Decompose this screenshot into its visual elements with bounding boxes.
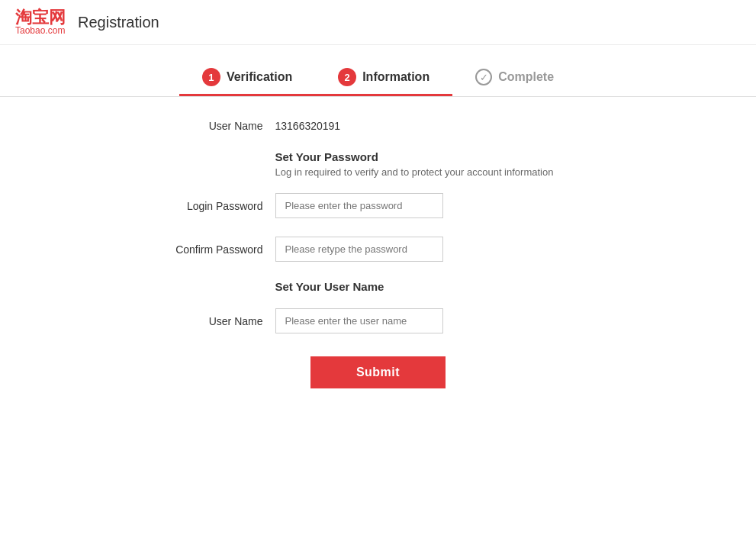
step-complete: ✓ Complete	[452, 61, 577, 95]
set-password-group: Set Your Password Log in required to ver…	[275, 150, 554, 178]
submit-row: Submit	[108, 356, 649, 388]
login-password-row: Login Password	[108, 193, 649, 218]
step-information: 2 Information	[315, 60, 452, 96]
logo-bottom: Taobao.com	[15, 26, 66, 35]
page-title: Registration	[78, 14, 159, 31]
user-name-input[interactable]	[275, 308, 443, 333]
confirm-password-row: Confirm Password	[108, 237, 649, 262]
steps-nav: 1 Verification 2 Information ✓ Complete	[0, 45, 756, 96]
login-password-input[interactable]	[275, 193, 443, 218]
step-verification: 1 Verification	[179, 60, 315, 96]
set-password-heading: Set Your Password	[275, 150, 554, 163]
set-username-heading: Set Your User Name	[275, 280, 384, 293]
logo: 淘宝网 Taobao.com	[15, 9, 66, 35]
set-password-section: Set Your Password Log in required to ver…	[108, 150, 649, 178]
step-2-number: 2	[338, 68, 356, 86]
header: 淘宝网 Taobao.com Registration	[0, 0, 756, 45]
confirm-password-label: Confirm Password	[108, 243, 275, 256]
submit-button[interactable]: Submit	[310, 356, 446, 388]
step-2-label: Information	[362, 70, 429, 84]
username-value: 13166320191	[275, 120, 341, 132]
username-label: User Name	[108, 120, 275, 132]
step-3-label: Complete	[498, 70, 554, 84]
step-1-number: 1	[202, 68, 220, 86]
complete-check-icon: ✓	[475, 69, 492, 85]
registration-form: User Name 13166320191 Set Your Password …	[92, 97, 664, 411]
user-name-input-label: User Name	[108, 315, 275, 327]
set-username-section: Set Your User Name	[108, 280, 649, 293]
username-row: User Name 13166320191	[108, 120, 649, 132]
login-password-label: Login Password	[108, 200, 275, 212]
confirm-password-input[interactable]	[275, 237, 443, 262]
step-1-label: Verification	[227, 70, 292, 84]
logo-top: 淘宝网	[15, 9, 66, 26]
set-password-help: Log in required to verify and to protect…	[275, 166, 554, 178]
user-name-input-row: User Name	[108, 308, 649, 333]
